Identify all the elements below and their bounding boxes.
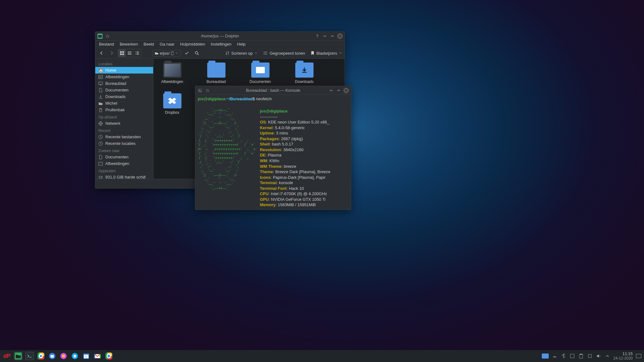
folder-icon <box>163 93 181 108</box>
view-details-button[interactable] <box>133 49 141 57</box>
svg-rect-60 <box>570 354 574 358</box>
taskbar-chrome-icon[interactable] <box>36 352 45 360</box>
neofetch-ascii-logo: `..---+/---..` `---.`` `` `.---.` .--.` … <box>198 108 257 191</box>
tray-app1-icon[interactable] <box>569 353 575 359</box>
close-icon[interactable] <box>337 33 343 39</box>
search-button[interactable] <box>193 49 201 57</box>
sidebar-item-documenten[interactable]: Documenten <box>95 87 153 93</box>
taskbar-gmail-icon[interactable] <box>93 352 102 360</box>
konsole-titlebar[interactable]: Bureaublad : bash — Konsole <box>195 86 351 95</box>
section-remote: Op afstand <box>95 113 153 120</box>
sidebar-item-bureaublad[interactable]: Bureaublad <box>95 80 153 87</box>
folder-icon <box>163 63 181 78</box>
bookmarks-button[interactable]: Bladwijzers <box>311 51 342 56</box>
grouped-button[interactable]: Gegroepeerd tonen <box>263 51 305 56</box>
forward-button[interactable] <box>108 49 115 57</box>
svg-point-34 <box>101 177 102 178</box>
back-button[interactable] <box>98 49 105 57</box>
svg-rect-27 <box>99 82 103 85</box>
menu-ga-naar[interactable]: Ga naar <box>160 42 175 47</box>
svg-rect-39 <box>26 353 33 359</box>
view-icons-button[interactable] <box>118 49 126 57</box>
tray-network-icon[interactable] <box>552 353 558 359</box>
svg-rect-1 <box>98 35 102 38</box>
sidebar-item-michel[interactable]: Michel <box>95 100 153 107</box>
help-icon[interactable]: ? <box>314 33 320 39</box>
taskbar-konsole-icon[interactable] <box>25 352 34 360</box>
sidebar-device-hdd[interactable]: 931,0 GiB harde schijf <box>95 174 153 179</box>
menu-instellingen[interactable]: Instellingen <box>211 42 231 47</box>
folder-downloads[interactable]: Downloads <box>289 63 319 84</box>
taskbar-dolphin-icon[interactable] <box>14 352 23 360</box>
menu-bewerken[interactable]: Bewerken <box>120 42 138 47</box>
konsole-minimize-icon[interactable] <box>328 88 334 93</box>
neofetch-info: jos@digiplace ------------- OS: KDE neon… <box>260 108 330 210</box>
sidebar-item-afbeeldingen[interactable]: Afbeeldingen <box>95 74 153 80</box>
app-launcher-icon[interactable]: dP <box>3 352 11 360</box>
menu-help[interactable]: Help <box>237 42 246 47</box>
taskbar-app6-icon[interactable] <box>70 352 79 360</box>
svg-rect-12 <box>136 53 139 53</box>
tray-clipboard-icon[interactable] <box>578 353 584 359</box>
tray-app2-icon[interactable] <box>587 353 593 359</box>
clock[interactable]: 11:15 24-12-2020 <box>613 352 633 360</box>
sidebar-item-home[interactable]: 🏠Home <box>95 67 153 74</box>
svg-rect-62 <box>580 354 582 355</box>
folder-dropbox[interactable]: Dropbox <box>157 93 187 115</box>
folder-afbeeldingen[interactable]: Afbeeldingen <box>157 63 187 84</box>
svg-point-18 <box>266 52 267 52</box>
tray-expand-icon[interactable] <box>605 353 610 359</box>
section-search: Zoeken naar <box>95 147 153 154</box>
menu-bestand[interactable]: Bestand <box>99 42 114 47</box>
dolphin-title: /home/jos — Dolphin <box>95 34 345 38</box>
konsole-close-icon[interactable] <box>343 88 349 93</box>
sidebar-search-afbeeldingen[interactable]: Afbeeldingen <box>95 160 153 167</box>
view-compact-button[interactable] <box>126 49 133 57</box>
folder-documenten[interactable]: Documenten <box>245 63 275 84</box>
menu-hulpmiddelen[interactable]: Hulpmiddelen <box>180 42 205 47</box>
svg-rect-63 <box>588 354 591 358</box>
svg-rect-6 <box>128 52 131 52</box>
minimize-icon[interactable] <box>322 33 328 39</box>
taskbar-app5-icon[interactable] <box>59 352 68 360</box>
tray-desktop-icon[interactable] <box>636 353 641 359</box>
taskbar-chrome2-icon[interactable] <box>104 352 113 360</box>
maximize-icon[interactable] <box>330 33 335 39</box>
svg-point-59 <box>554 357 555 358</box>
sidebar-item-netwerk[interactable]: Netwerk <box>95 120 153 127</box>
sidebar-search-documenten[interactable]: Documenten <box>95 154 153 160</box>
sort-button[interactable]: Sorteren op <box>225 51 258 56</box>
svg-point-48 <box>62 354 65 358</box>
konsole-maximize-icon[interactable] <box>336 88 341 93</box>
svg-point-16 <box>264 52 264 52</box>
dolphin-toolbar: e/jos/ ◂ Sorteren op Gegroepeerd tonen B… <box>95 48 345 59</box>
sidebar-item-downloads[interactable]: Downloads <box>95 93 153 100</box>
prompt-user: jos@digiplace <box>198 96 225 101</box>
section-devices: Apparaten <box>95 167 153 174</box>
folder-icon <box>251 63 269 78</box>
path-bar[interactable]: e/jos/ ◂ <box>153 50 180 57</box>
svg-point-13 <box>135 54 136 55</box>
taskbar-calendar-icon[interactable]: 31 <box>82 352 91 360</box>
bookmarks-label: Bladwijzers <box>316 51 337 56</box>
confirm-path-button[interactable] <box>183 49 191 57</box>
prompt-path: ~/Bureaublad <box>226 96 253 101</box>
menu-beeld[interactable]: Beeld <box>144 42 154 47</box>
taskbar-app4-icon[interactable] <box>48 352 57 360</box>
dolphin-sidebar: Locaties 🏠Home Afbeeldingen Bureaublad D… <box>95 59 153 179</box>
section-recent: Recent <box>95 127 153 134</box>
konsole-pin-icon[interactable] <box>205 88 210 93</box>
folder-bureaublad[interactable]: Bureaublad <box>201 63 231 84</box>
sidebar-item-recente-bestanden[interactable]: Recente bestanden <box>95 134 153 140</box>
sidebar-item-prullenbak[interactable]: Prullenbak <box>95 107 153 113</box>
tray-keyboard-indicator[interactable] <box>542 354 549 359</box>
tray-bluetooth-icon[interactable] <box>561 353 566 359</box>
pin-icon[interactable] <box>105 33 110 39</box>
svg-rect-7 <box>128 53 131 53</box>
svg-point-19 <box>264 53 264 53</box>
sidebar-item-recente-locaties[interactable]: Recente locaties <box>95 140 153 147</box>
terminal-output[interactable]: jos@digiplace:~/Bureaublad$ neofetch `..… <box>195 95 351 210</box>
svg-point-9 <box>135 52 136 52</box>
tray-volume-icon[interactable] <box>596 353 602 359</box>
dolphin-titlebar[interactable]: /home/jos — Dolphin ? <box>95 32 345 41</box>
